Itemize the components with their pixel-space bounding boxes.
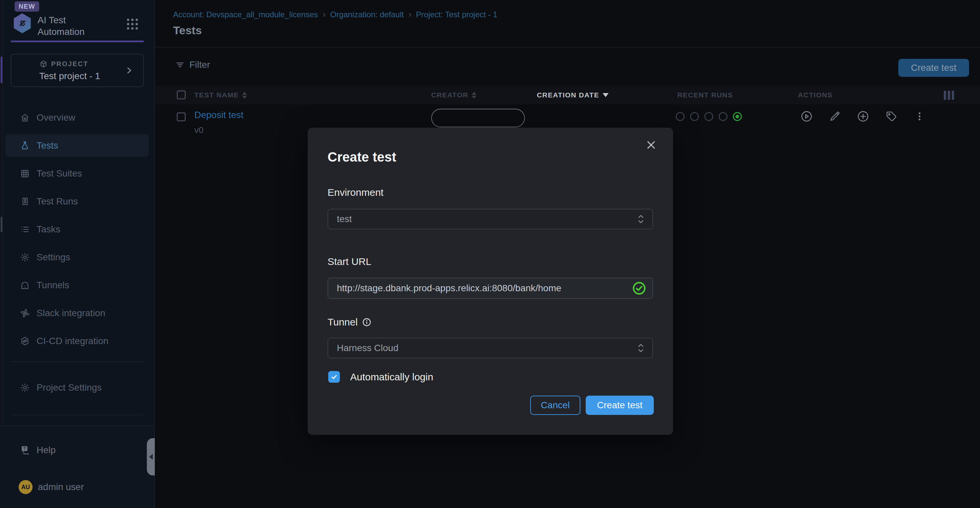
tag-icon[interactable] xyxy=(885,109,898,123)
run-status-dot[interactable] xyxy=(719,112,727,121)
modal-actions: Cancel Create test xyxy=(328,396,654,415)
cancel-button[interactable]: Cancel xyxy=(530,396,581,415)
valid-check-icon xyxy=(632,281,646,296)
sidebar-item-tunnels[interactable]: Tunnels xyxy=(5,274,149,297)
run-status-dot[interactable] xyxy=(704,112,713,121)
column-label: RECENT RUNS xyxy=(677,91,733,99)
sidebar-item-label: Tasks xyxy=(37,224,60,235)
breadcrumb-org-link[interactable]: Organization: default xyxy=(330,10,404,19)
modal-title: Create test xyxy=(328,150,396,165)
sidebar-item-cicd-integration[interactable]: CI-CD integration xyxy=(5,330,149,352)
grid-icon xyxy=(20,169,30,179)
sidebar-item-test-runs[interactable]: Test Runs xyxy=(5,190,149,213)
run-status-dot-passed[interactable] xyxy=(733,112,742,121)
edit-pencil-icon[interactable] xyxy=(828,109,842,123)
sidebar: NEW AI Test Automation PROJECT Test proj… xyxy=(0,0,155,508)
column-settings-icon[interactable] xyxy=(944,91,954,100)
column-label: ACTIONS xyxy=(798,91,832,99)
sidebar-item-settings[interactable]: Settings xyxy=(5,246,149,268)
filter-icon xyxy=(175,60,185,69)
app-brand: AI Test Automation xyxy=(13,13,111,38)
sidebar-item-tasks[interactable]: Tasks xyxy=(5,218,149,241)
module-rail-notch xyxy=(1,217,2,232)
sidebar-item-project-settings[interactable]: Project Settings xyxy=(5,376,149,399)
sidebar-item-overview[interactable]: Overview xyxy=(5,106,149,129)
collapse-arrow-icon xyxy=(149,454,153,460)
sidebar-item-slack-integration[interactable]: Slack integration xyxy=(5,302,149,324)
toolbar: Filter Create test xyxy=(155,48,980,86)
brand-divider xyxy=(11,41,144,42)
close-icon[interactable] xyxy=(644,137,659,152)
kebab-menu-icon[interactable] xyxy=(913,109,926,123)
select-chevrons-icon xyxy=(636,342,645,354)
page-header: Account: Devspace_all_module_licenses › … xyxy=(155,0,980,48)
columns-icon xyxy=(20,196,30,206)
create-test-button[interactable]: Create test xyxy=(898,59,969,77)
sidebar-collapse-handle[interactable] xyxy=(147,438,155,475)
modal-create-test-button[interactable]: Create test xyxy=(585,396,654,415)
gear-icon xyxy=(20,252,30,262)
tunnel-select[interactable]: Harness Cloud xyxy=(328,338,653,358)
sidebar-item-tests[interactable]: Tests xyxy=(5,134,149,157)
sidebar-item-label: Test Runs xyxy=(37,196,78,207)
sidebar-item-label: Slack integration xyxy=(37,308,105,318)
sidebar-item-test-suites[interactable]: Test Suites xyxy=(5,162,149,185)
project-selector[interactable]: PROJECT Test project - 1 xyxy=(11,54,144,87)
run-status-dot[interactable] xyxy=(676,112,685,121)
auto-login-toggle[interactable]: Automatically login xyxy=(328,371,433,383)
environment-value: test xyxy=(337,214,352,224)
home-icon xyxy=(20,113,30,123)
slack-icon xyxy=(20,308,30,318)
breadcrumb-separator: › xyxy=(323,9,326,20)
svg-text:?: ? xyxy=(23,446,25,451)
sort-icon xyxy=(242,92,247,99)
help-label: Help xyxy=(37,445,56,455)
sidebar-item-label: Settings xyxy=(37,252,70,263)
recent-runs xyxy=(676,112,742,121)
user-menu[interactable]: AU admin user xyxy=(5,476,149,498)
app-title: AI Test Automation xyxy=(38,13,111,38)
user-name: admin user xyxy=(38,482,84,492)
column-header-creation-date[interactable]: CREATION DATE xyxy=(537,86,609,104)
sidebar-item-label: Project Settings xyxy=(37,382,102,393)
column-header-recent-runs: RECENT RUNS xyxy=(677,86,733,104)
environment-select[interactable]: test xyxy=(328,209,653,229)
chevron-right-icon xyxy=(124,66,133,75)
help-button[interactable]: ? Help xyxy=(5,439,149,462)
app-logo-icon xyxy=(13,13,32,33)
info-icon[interactable] xyxy=(362,317,372,327)
creator-badge xyxy=(431,109,525,127)
checkbox-checked-icon[interactable] xyxy=(328,371,340,383)
list-icon xyxy=(20,224,30,234)
sidebar-footer: ? Help AU admin user xyxy=(0,425,154,508)
filter-button[interactable]: Filter xyxy=(175,59,210,70)
test-name-link[interactable]: Deposit test xyxy=(194,110,243,120)
start-url-label: Start URL xyxy=(328,256,371,267)
row-actions xyxy=(800,109,926,123)
project-kicker-label: PROJECT xyxy=(51,60,88,68)
add-circle-icon[interactable] xyxy=(856,109,870,123)
column-header-creator[interactable]: CREATOR xyxy=(431,86,476,104)
sidebar-item-label: Tests xyxy=(37,140,58,151)
run-status-dot[interactable] xyxy=(690,112,699,121)
filter-label: Filter xyxy=(189,59,210,70)
column-header-test-name[interactable]: TEST NAME xyxy=(194,86,247,104)
flask-icon xyxy=(20,141,30,150)
help-chat-icon: ? xyxy=(20,445,31,455)
run-test-icon[interactable] xyxy=(800,109,814,123)
avatar: AU xyxy=(19,480,33,494)
start-url-input[interactable]: http://stage.dbank.prod-apps.relicx.ai:8… xyxy=(328,278,653,299)
breadcrumb-project-link[interactable]: Project: Test project - 1 xyxy=(416,10,497,19)
sidebar-item-label: Overview xyxy=(37,112,75,123)
row-checkbox[interactable] xyxy=(177,112,186,121)
test-version: v0 xyxy=(194,125,203,135)
sort-desc-icon xyxy=(603,93,609,97)
app-grid-icon[interactable] xyxy=(127,19,138,30)
tunnel-icon xyxy=(20,280,30,290)
sidebar-item-label: CI-CD integration xyxy=(37,336,108,347)
start-url-value: http://stage.dbank.prod-apps.relicx.ai:8… xyxy=(337,283,562,294)
select-all-checkbox[interactable] xyxy=(177,90,186,99)
tunnel-label-text: Tunnel xyxy=(328,316,358,328)
gear-icon xyxy=(20,383,30,393)
breadcrumb-account-link[interactable]: Account: Devspace_all_module_licenses xyxy=(173,10,318,19)
